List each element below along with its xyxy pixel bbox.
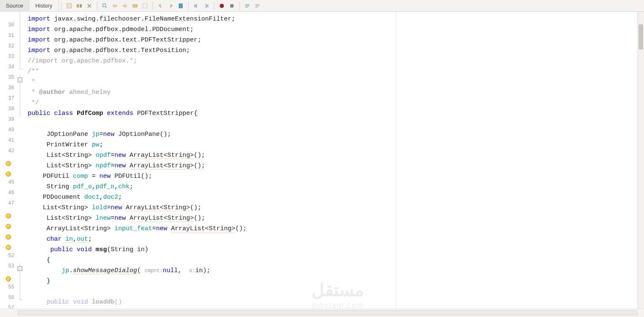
- line-number[interactable]: 30: [0, 22, 17, 33]
- svg-rect-2: [80, 4, 82, 8]
- fold-cell[interactable]: [17, 33, 23, 43]
- line-number[interactable]: [0, 274, 17, 284]
- line-number[interactable]: [0, 211, 17, 221]
- line-number[interactable]: [0, 221, 17, 232]
- line-number[interactable]: 35: [0, 75, 17, 85]
- separator: [188, 2, 189, 10]
- line-number[interactable]: 31: [0, 33, 17, 43]
- fold-cell[interactable]: [17, 117, 23, 127]
- svg-rect-12: [230, 4, 234, 8]
- horizontal-scrollbar[interactable]: [18, 310, 637, 315]
- fold-cell[interactable]: -: [17, 75, 23, 85]
- fold-toggle-icon[interactable]: -: [18, 266, 22, 271]
- next-bookmark-icon[interactable]: [167, 3, 174, 9]
- line-number[interactable]: [0, 232, 17, 242]
- line-number[interactable]: 47: [0, 200, 17, 211]
- svg-rect-6: [133, 5, 137, 7]
- fold-cell[interactable]: [17, 190, 23, 200]
- find-selection-icon[interactable]: [101, 3, 108, 9]
- toggle-bookmark-icon[interactable]: [177, 3, 184, 9]
- svg-rect-0: [67, 4, 71, 8]
- line-number[interactable]: 42: [0, 148, 17, 158]
- editor-toolbar: Source History: [0, 0, 644, 12]
- nav-icon[interactable]: [86, 3, 93, 9]
- line-number[interactable]: 56: [0, 295, 17, 305]
- diff-icon[interactable]: [76, 3, 83, 9]
- fold-cell[interactable]: [17, 106, 23, 117]
- svg-rect-5: [123, 5, 125, 7]
- svg-rect-8: [179, 4, 182, 8]
- fold-cell[interactable]: [17, 64, 23, 75]
- fold-cell[interactable]: [17, 242, 23, 253]
- macro-stop-icon[interactable]: [229, 3, 235, 9]
- fold-cell[interactable]: -: [17, 263, 23, 274]
- fold-toggle-icon[interactable]: -: [18, 78, 22, 82]
- line-number[interactable]: 36: [0, 85, 17, 96]
- comment-icon[interactable]: [244, 3, 251, 9]
- fold-cell[interactable]: [17, 148, 23, 158]
- fold-cell[interactable]: [17, 43, 23, 54]
- separator: [97, 2, 97, 10]
- fold-cell[interactable]: [17, 169, 23, 179]
- separator: [239, 2, 240, 10]
- find-next-icon[interactable]: [122, 3, 128, 9]
- last-edit-icon[interactable]: [66, 3, 73, 9]
- line-number[interactable]: 32: [0, 43, 17, 54]
- svg-rect-1: [77, 4, 79, 8]
- line-number[interactable]: 38: [0, 106, 17, 117]
- separator: [61, 2, 62, 10]
- line-number[interactable]: 55: [0, 284, 17, 295]
- line-number[interactable]: 33: [0, 54, 17, 64]
- uncomment-icon[interactable]: [254, 3, 261, 9]
- line-number[interactable]: [0, 158, 17, 169]
- line-number[interactable]: [0, 169, 17, 179]
- macro-record-icon[interactable]: [218, 3, 225, 9]
- line-number[interactable]: [0, 242, 17, 253]
- line-number[interactable]: 52: [0, 253, 17, 263]
- line-gutter[interactable]: 3031323334353637383940414245464752535556…: [0, 12, 17, 309]
- line-number[interactable]: 37: [0, 96, 17, 106]
- line-number[interactable]: 46: [0, 190, 17, 200]
- fold-cell[interactable]: [17, 138, 23, 148]
- separator: [153, 2, 153, 10]
- tab-source[interactable]: Source: [0, 0, 29, 12]
- svg-point-11: [220, 4, 224, 8]
- fold-cell[interactable]: [17, 295, 23, 305]
- line-number[interactable]: 45: [0, 179, 17, 190]
- fold-cell[interactable]: [17, 54, 23, 64]
- fold-cell[interactable]: [17, 200, 23, 211]
- line-number[interactable]: [0, 12, 17, 22]
- fold-cell[interactable]: [17, 96, 23, 106]
- line-number[interactable]: 40: [0, 127, 17, 138]
- right-pane: [396, 12, 644, 309]
- shift-right-icon[interactable]: [203, 3, 210, 9]
- fold-cell[interactable]: [17, 284, 23, 295]
- scrollbar-thumb[interactable]: [639, 24, 643, 49]
- fold-cell[interactable]: [17, 12, 23, 22]
- fold-cell[interactable]: [17, 274, 23, 284]
- fold-cell[interactable]: [17, 158, 23, 169]
- prev-bookmark-icon[interactable]: [157, 3, 164, 9]
- fold-cell[interactable]: [17, 22, 23, 33]
- shift-left-icon[interactable]: [193, 3, 200, 9]
- vertical-scrollbar[interactable]: [637, 12, 644, 309]
- svg-rect-4: [115, 5, 117, 7]
- fold-cell[interactable]: [17, 221, 23, 232]
- fold-cell[interactable]: [17, 127, 23, 138]
- line-number[interactable]: 41: [0, 138, 17, 148]
- find-prev-icon[interactable]: [112, 3, 118, 9]
- tab-history[interactable]: History: [29, 0, 58, 12]
- fold-cell[interactable]: [17, 211, 23, 221]
- line-number[interactable]: 53: [0, 263, 17, 274]
- toggle-highlight-icon[interactable]: [132, 3, 138, 9]
- fold-cell[interactable]: [17, 253, 23, 263]
- fold-cell[interactable]: [17, 232, 23, 242]
- toggle-rect-icon[interactable]: [142, 3, 148, 9]
- line-number[interactable]: 34: [0, 64, 17, 75]
- editor-area: 3031323334353637383940414245464752535556…: [0, 12, 644, 309]
- fold-cell[interactable]: [17, 179, 23, 190]
- fold-column[interactable]: --: [17, 12, 23, 309]
- fold-cell[interactable]: [17, 85, 23, 96]
- status-bottom: [0, 309, 644, 317]
- line-number[interactable]: 39: [0, 117, 17, 127]
